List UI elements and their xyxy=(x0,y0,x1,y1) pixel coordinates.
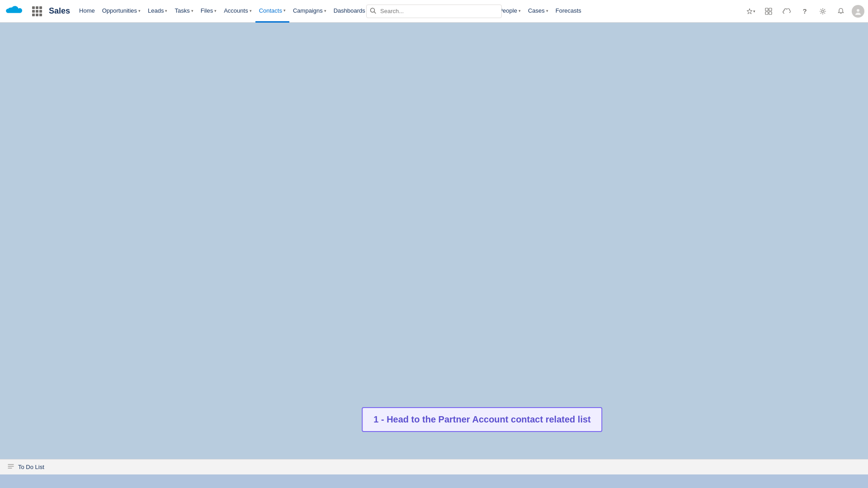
favorites-button[interactable]: ▾ xyxy=(743,4,758,19)
nav-bar: Sales Home Opportunities ▾ Leads ▾ Tasks… xyxy=(0,0,868,23)
setup-button[interactable] xyxy=(761,4,776,19)
main-content: 1 - Head to the Partner Account contact … xyxy=(0,23,868,459)
nav-item-cases[interactable]: Cases ▾ xyxy=(524,0,552,23)
cloud-icon-button[interactable] xyxy=(779,4,794,19)
svg-rect-4 xyxy=(765,12,768,14)
app-launcher-button[interactable] xyxy=(27,0,47,23)
search-icon xyxy=(370,7,376,15)
annotation-box: 1 - Head to the Partner Account contact … xyxy=(362,407,602,432)
nav-right-icons: ▾ ? xyxy=(743,4,868,19)
chevron-icon: ▾ xyxy=(191,9,193,13)
user-avatar[interactable] xyxy=(852,5,864,18)
nav-item-files[interactable]: Files ▾ xyxy=(197,0,220,23)
chevron-icon: ▾ xyxy=(324,9,326,13)
chevron-icon: ▾ xyxy=(138,9,141,13)
nav-item-tasks[interactable]: Tasks ▾ xyxy=(171,0,197,23)
nav-item-contacts[interactable]: Contacts ▾ xyxy=(255,0,289,23)
annotation-text: 1 - Head to the Partner Account contact … xyxy=(373,414,590,424)
chevron-down-icon: ▾ xyxy=(283,8,286,13)
salesforce-logo[interactable] xyxy=(0,0,27,23)
nav-item-campaigns[interactable]: Campaigns ▾ xyxy=(289,0,330,23)
nav-item-home[interactable]: Home xyxy=(75,0,99,23)
todo-icon xyxy=(7,463,14,471)
nav-item-accounts[interactable]: Accounts ▾ xyxy=(220,0,255,23)
help-button[interactable]: ? xyxy=(797,4,812,19)
search-container xyxy=(366,5,502,18)
svg-line-1 xyxy=(374,12,376,14)
bottom-bar: To Do List xyxy=(0,459,868,474)
app-launcher-icon xyxy=(32,6,42,16)
chevron-icon: ▾ xyxy=(519,9,521,13)
svg-rect-5 xyxy=(769,12,772,14)
chevron-icon: ▾ xyxy=(214,9,217,13)
notifications-button[interactable] xyxy=(834,4,848,19)
chevron-icon: ▾ xyxy=(165,9,167,13)
svg-point-8 xyxy=(857,9,859,12)
settings-button[interactable] xyxy=(816,4,830,19)
app-name: Sales xyxy=(47,6,75,16)
nav-item-forecasts[interactable]: Forecasts xyxy=(552,0,585,23)
nav-item-opportunities[interactable]: Opportunities ▾ xyxy=(99,0,144,23)
svg-rect-3 xyxy=(769,8,772,11)
svg-rect-2 xyxy=(765,8,768,11)
nav-item-leads[interactable]: Leads ▾ xyxy=(144,0,171,23)
chevron-icon: ▾ xyxy=(250,9,252,13)
todo-label[interactable]: To Do List xyxy=(18,464,44,470)
svg-point-6 xyxy=(822,10,824,12)
search-input[interactable] xyxy=(366,5,502,18)
chevron-icon: ▾ xyxy=(546,9,548,13)
